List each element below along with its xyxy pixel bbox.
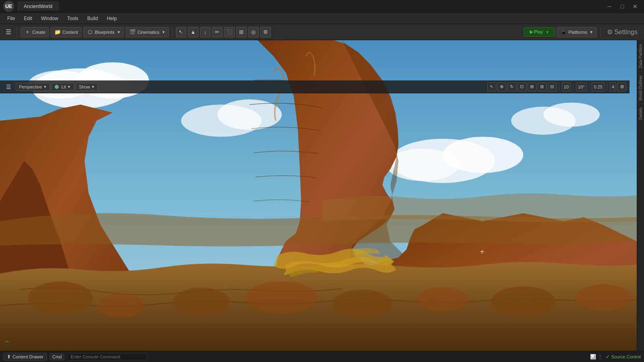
select-tool[interactable]: ↖ [487, 82, 496, 91]
toolbar-sep-3 [600, 27, 601, 38]
platforms-icon: 📱 [560, 29, 567, 35]
mode-actors[interactable]: ◎ [248, 27, 259, 37]
blueprints-chevron: ▼ [117, 30, 120, 34]
lit-label: Lit [61, 84, 66, 89]
source-control-label: Source Control [611, 354, 641, 359]
rotate-tool[interactable]: ↻ [508, 82, 516, 91]
mode-anim[interactable]: ⊞ [236, 27, 247, 37]
console-input[interactable] [67, 353, 147, 360]
status-icon-1: 📊 [590, 354, 596, 360]
cmd-label: Cmd [52, 354, 62, 359]
scale-num: 0.25 [594, 84, 602, 89]
cinematics-chevron: ▼ [162, 30, 165, 34]
move-tool[interactable]: ⊕ [497, 82, 506, 91]
create-label: Create [32, 30, 45, 35]
menu-window[interactable]: Window [37, 14, 62, 23]
vp-sep-3 [589, 83, 589, 91]
svg-point-15 [332, 290, 392, 318]
lit-chevron: ▼ [67, 85, 71, 89]
bottom-bar: ⬆ Content Drawer Cmd 📊 ⋮ ✓ Source Contro… [0, 351, 644, 362]
viewport-toolbar: ☰ Perspective ▼ Lit ▼ Show ▼ ↖ ⊕ ↻ ⊡ ⊞ ⊞… [0, 80, 630, 93]
cinematics-icon: 🎬 [129, 29, 136, 35]
ue-logo: UE [3, 1, 14, 12]
hamburger-button[interactable]: ☰ [3, 28, 14, 36]
perspective-chevron: ▼ [43, 85, 47, 89]
cinematics-button[interactable]: 🎬 Cinematics ▼ [126, 27, 169, 37]
cmd-button[interactable]: Cmd [50, 353, 64, 360]
perspective-dropdown[interactable]: Perspective ▼ [16, 83, 50, 91]
crosshair: + [480, 247, 485, 257]
project-tab[interactable]: AncientWorld [18, 2, 58, 11]
sky [0, 40, 637, 211]
vp-sep-4 [607, 83, 607, 91]
bottom-left: ⬆ Content Drawer Cmd [3, 353, 147, 361]
svg-point-14 [246, 282, 318, 314]
status-icons: 📊 ⋮ [590, 354, 603, 360]
lit-dropdown[interactable]: Lit ▼ [52, 83, 74, 91]
svg-point-17 [491, 286, 555, 317]
content-drawer-button[interactable]: ⬆ Content Drawer [3, 353, 47, 361]
content-button[interactable]: 📁 Content [51, 27, 82, 37]
mode-extra[interactable]: ⚙ [260, 27, 271, 37]
svg-point-16 [417, 288, 469, 312]
sidebar-tab-world-outliner[interactable]: World Outliner [637, 72, 644, 104]
check-icon: ✓ [606, 354, 610, 360]
sidebar-tab-details[interactable]: Details [637, 104, 644, 123]
svg-point-11 [28, 282, 93, 314]
camera-num: 4 [612, 84, 614, 89]
menu-file[interactable]: File [3, 14, 19, 23]
camera-num-btn[interactable]: 4 [610, 82, 616, 91]
platforms-chevron: ▼ [590, 30, 593, 34]
platforms-label: Platforms [568, 30, 587, 35]
svg-point-12 [97, 294, 145, 318]
play-button[interactable]: ▶ Play ▼ [524, 27, 555, 37]
content-label: Content [62, 30, 78, 35]
vp-sep-1 [559, 83, 559, 91]
lit-dot [55, 85, 59, 89]
settings-button[interactable]: ⚙ Settings [604, 27, 641, 37]
source-control-button[interactable]: ✓ Source Control [606, 354, 641, 360]
rotation-num-btn[interactable]: 10° [576, 82, 587, 91]
platforms-button[interactable]: 📱 Platforms ▼ [557, 27, 597, 37]
vp-right-tools: ↖ ⊕ ↻ ⊡ ⊞ ⊞ ⊟ 10 10° 0.25 4 ⊞ [487, 82, 626, 91]
scale-tool[interactable]: ⊡ [518, 82, 526, 91]
content-drawer-icon: ⬆ [7, 354, 11, 360]
scale-num-btn[interactable]: 0.25 [592, 82, 604, 91]
vp-sep-2 [573, 83, 574, 91]
menu-build[interactable]: Build [83, 14, 102, 23]
grid-num: 10 [564, 84, 569, 89]
svg-point-13 [173, 288, 229, 316]
snap-tool[interactable]: ⊟ [548, 82, 557, 91]
mode-brush[interactable]: ✏ [212, 27, 223, 37]
main-toolbar: ☰ + Create 📁 Content ⬡ Blueprints ▼ 🎬 Ci… [0, 24, 644, 40]
play-label: ▶ Play [530, 29, 543, 35]
grid-num-btn[interactable]: 10 [562, 82, 571, 91]
maximize-button[interactable]: □ [617, 2, 628, 10]
main-viewport[interactable]: ☰ Perspective ▼ Lit ▼ Show ▼ ↖ ⊕ ↻ ⊡ ⊞ ⊞… [0, 40, 637, 351]
show-label: Show [79, 84, 90, 89]
mode-select[interactable]: ↖ [176, 27, 186, 37]
content-drawer-label: Content Drawer [12, 354, 43, 359]
mode-landscape[interactable]: ▲ [188, 27, 198, 37]
menu-tools[interactable]: Tools [63, 14, 83, 23]
vp-hamburger[interactable]: ☰ [3, 82, 14, 91]
create-icon: + [24, 29, 31, 35]
close-button[interactable]: ✕ [630, 2, 641, 10]
play-chevron: ▼ [545, 30, 549, 34]
blueprints-button[interactable]: ⬡ Blueprints ▼ [83, 27, 124, 37]
layout-tool[interactable]: ⊞ [617, 82, 626, 91]
sidebar-tab-data-partition[interactable]: Data Partition [637, 40, 644, 72]
mode-foliage[interactable]: ↓ [200, 27, 211, 37]
bottom-right: 📊 ⋮ ✓ Source Control [590, 354, 641, 360]
world-tool[interactable]: ⊞ [528, 82, 537, 91]
toolbar-sep-1 [17, 27, 17, 38]
minimize-button[interactable]: ─ [604, 2, 615, 10]
svg-point-18 [576, 284, 632, 311]
create-button[interactable]: + Create [21, 27, 49, 37]
mode-geometry[interactable]: ⬛ [224, 27, 235, 37]
title-bar: UE AncientWorld ─ □ ✕ [0, 0, 644, 13]
show-dropdown[interactable]: Show ▼ [76, 83, 98, 91]
grid-tool[interactable]: ⊞ [538, 82, 547, 91]
menu-edit[interactable]: Edit [20, 14, 36, 23]
menu-help[interactable]: Help [103, 14, 121, 23]
